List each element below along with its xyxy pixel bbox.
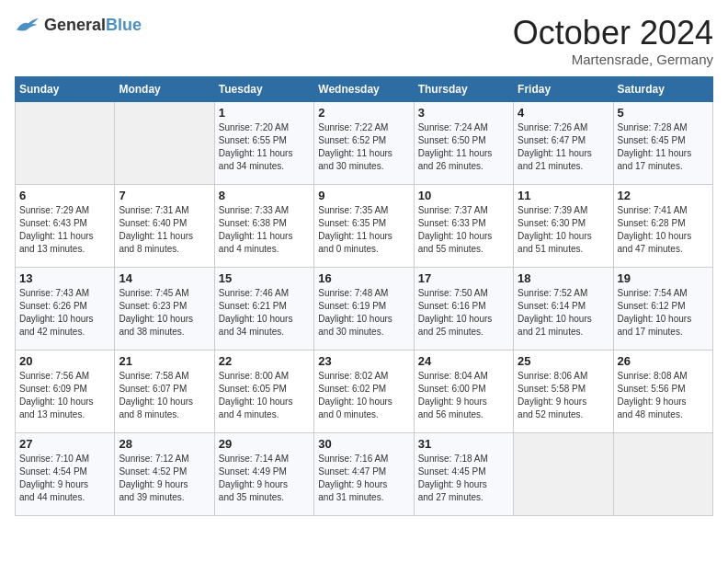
day-info: Sunrise: 7:33 AM Sunset: 6:38 PM Dayligh…: [219, 204, 310, 256]
day-number: 29: [219, 437, 310, 451]
calendar-cell: 8Sunrise: 7:33 AM Sunset: 6:38 PM Daylig…: [214, 184, 313, 267]
day-info: Sunrise: 8:08 AM Sunset: 5:56 PM Dayligh…: [618, 370, 709, 421]
logo-blue: Blue: [106, 16, 142, 34]
calendar-cell: [115, 101, 214, 184]
calendar-cell: 13Sunrise: 7:43 AM Sunset: 6:26 PM Dayli…: [16, 267, 115, 350]
calendar-cell: 31Sunrise: 7:18 AM Sunset: 4:45 PM Dayli…: [414, 432, 513, 515]
calendar-cell: 6Sunrise: 7:29 AM Sunset: 6:43 PM Daylig…: [16, 184, 115, 267]
day-number: 16: [318, 271, 409, 285]
day-info: Sunrise: 7:43 AM Sunset: 6:26 PM Dayligh…: [19, 287, 110, 339]
day-info: Sunrise: 7:20 AM Sunset: 6:55 PM Dayligh…: [219, 121, 310, 173]
calendar-cell: 28Sunrise: 7:12 AM Sunset: 4:52 PM Dayli…: [115, 432, 214, 515]
week-row-4: 20Sunrise: 7:56 AM Sunset: 6:09 PM Dayli…: [16, 350, 713, 432]
day-number: 18: [518, 271, 609, 285]
day-number: 25: [518, 354, 609, 368]
calendar-cell: 26Sunrise: 8:08 AM Sunset: 5:56 PM Dayli…: [613, 350, 712, 432]
calendar-cell: 21Sunrise: 7:58 AM Sunset: 6:07 PM Dayli…: [115, 350, 214, 432]
calendar-cell: 4Sunrise: 7:26 AM Sunset: 6:47 PM Daylig…: [514, 101, 613, 184]
day-info: Sunrise: 7:22 AM Sunset: 6:52 PM Dayligh…: [318, 121, 409, 173]
day-number: 15: [219, 271, 310, 285]
day-info: Sunrise: 7:29 AM Sunset: 6:43 PM Dayligh…: [19, 204, 110, 256]
day-number: 3: [418, 106, 509, 120]
header-row: SundayMondayTuesdayWednesdayThursdayFrid…: [16, 76, 713, 101]
day-number: 2: [318, 106, 409, 120]
calendar-cell: [514, 432, 613, 515]
day-info: Sunrise: 7:39 AM Sunset: 6:30 PM Dayligh…: [518, 204, 609, 256]
logo-general: General: [44, 16, 106, 34]
day-number: 24: [418, 354, 509, 368]
day-number: 31: [418, 437, 509, 451]
week-row-5: 27Sunrise: 7:10 AM Sunset: 4:54 PM Dayli…: [16, 432, 713, 515]
day-number: 4: [518, 106, 609, 120]
day-info: Sunrise: 7:50 AM Sunset: 6:16 PM Dayligh…: [418, 287, 509, 339]
day-info: Sunrise: 7:31 AM Sunset: 6:40 PM Dayligh…: [119, 204, 210, 256]
day-header-wednesday: Wednesday: [314, 76, 414, 101]
calendar-cell: 5Sunrise: 7:28 AM Sunset: 6:45 PM Daylig…: [613, 101, 712, 184]
day-number: 19: [618, 271, 709, 285]
calendar-cell: 18Sunrise: 7:52 AM Sunset: 6:14 PM Dayli…: [514, 267, 613, 350]
day-number: 9: [318, 189, 409, 202]
day-info: Sunrise: 7:14 AM Sunset: 4:49 PM Dayligh…: [219, 453, 310, 504]
day-info: Sunrise: 7:41 AM Sunset: 6:28 PM Dayligh…: [618, 204, 709, 256]
day-info: Sunrise: 7:48 AM Sunset: 6:19 PM Dayligh…: [318, 287, 409, 339]
day-info: Sunrise: 7:26 AM Sunset: 6:47 PM Dayligh…: [518, 121, 609, 173]
week-row-1: 1Sunrise: 7:20 AM Sunset: 6:55 PM Daylig…: [16, 101, 713, 184]
day-number: 11: [518, 189, 609, 202]
calendar-cell: 2Sunrise: 7:22 AM Sunset: 6:52 PM Daylig…: [314, 101, 414, 184]
day-number: 17: [418, 271, 509, 285]
calendar-cell: 27Sunrise: 7:10 AM Sunset: 4:54 PM Dayli…: [16, 432, 115, 515]
calendar-cell: 25Sunrise: 8:06 AM Sunset: 5:58 PM Dayli…: [514, 350, 613, 432]
day-info: Sunrise: 7:46 AM Sunset: 6:21 PM Dayligh…: [219, 287, 310, 339]
day-number: 21: [119, 354, 210, 368]
day-header-tuesday: Tuesday: [214, 76, 313, 101]
day-info: Sunrise: 7:12 AM Sunset: 4:52 PM Dayligh…: [119, 453, 210, 504]
day-number: 22: [219, 354, 310, 368]
calendar-cell: 22Sunrise: 8:00 AM Sunset: 6:05 PM Dayli…: [214, 350, 313, 432]
day-number: 10: [418, 189, 509, 202]
day-header-friday: Friday: [514, 76, 613, 101]
calendar-cell: 3Sunrise: 7:24 AM Sunset: 6:50 PM Daylig…: [414, 101, 513, 184]
calendar-cell: 10Sunrise: 7:37 AM Sunset: 6:33 PM Dayli…: [414, 184, 513, 267]
calendar-table: SundayMondayTuesdayWednesdayThursdayFrid…: [15, 76, 713, 516]
calendar-cell: 11Sunrise: 7:39 AM Sunset: 6:30 PM Dayli…: [514, 184, 613, 267]
day-info: Sunrise: 7:10 AM Sunset: 4:54 PM Dayligh…: [19, 453, 110, 504]
calendar-cell: 16Sunrise: 7:48 AM Sunset: 6:19 PM Dayli…: [314, 267, 414, 350]
calendar-cell: [16, 101, 115, 184]
day-number: 5: [618, 106, 709, 120]
calendar-cell: 17Sunrise: 7:50 AM Sunset: 6:16 PM Dayli…: [414, 267, 513, 350]
day-info: Sunrise: 8:06 AM Sunset: 5:58 PM Dayligh…: [518, 370, 609, 421]
logo: GeneralBlue: [15, 15, 142, 35]
calendar-cell: 12Sunrise: 7:41 AM Sunset: 6:28 PM Dayli…: [613, 184, 712, 267]
calendar-cell: 20Sunrise: 7:56 AM Sunset: 6:09 PM Dayli…: [16, 350, 115, 432]
logo-text: GeneralBlue: [44, 16, 142, 35]
day-number: 20: [19, 354, 110, 368]
calendar-cell: [613, 432, 712, 515]
day-info: Sunrise: 7:56 AM Sunset: 6:09 PM Dayligh…: [19, 370, 110, 421]
month-title: October 2024: [513, 15, 713, 52]
day-info: Sunrise: 7:52 AM Sunset: 6:14 PM Dayligh…: [518, 287, 609, 339]
day-info: Sunrise: 8:00 AM Sunset: 6:05 PM Dayligh…: [219, 370, 310, 421]
calendar-cell: 19Sunrise: 7:54 AM Sunset: 6:12 PM Dayli…: [613, 267, 712, 350]
calendar-cell: 9Sunrise: 7:35 AM Sunset: 6:35 PM Daylig…: [314, 184, 414, 267]
day-number: 7: [119, 189, 210, 202]
location: Martensrade, Germany: [513, 52, 713, 67]
day-info: Sunrise: 7:24 AM Sunset: 6:50 PM Dayligh…: [418, 121, 509, 173]
day-info: Sunrise: 7:54 AM Sunset: 6:12 PM Dayligh…: [618, 287, 709, 339]
calendar-cell: 15Sunrise: 7:46 AM Sunset: 6:21 PM Dayli…: [214, 267, 313, 350]
day-header-monday: Monday: [115, 76, 214, 101]
day-info: Sunrise: 7:28 AM Sunset: 6:45 PM Dayligh…: [618, 121, 709, 173]
day-info: Sunrise: 7:35 AM Sunset: 6:35 PM Dayligh…: [318, 204, 409, 256]
logo-bird-icon: [15, 15, 40, 35]
day-info: Sunrise: 8:04 AM Sunset: 6:00 PM Dayligh…: [418, 370, 509, 421]
day-header-saturday: Saturday: [613, 76, 712, 101]
page-header: GeneralBlue October 2024 Martensrade, Ge…: [15, 15, 713, 67]
calendar-cell: 30Sunrise: 7:16 AM Sunset: 4:47 PM Dayli…: [314, 432, 414, 515]
calendar-cell: 1Sunrise: 7:20 AM Sunset: 6:55 PM Daylig…: [214, 101, 313, 184]
calendar-cell: 7Sunrise: 7:31 AM Sunset: 6:40 PM Daylig…: [115, 184, 214, 267]
day-info: Sunrise: 7:45 AM Sunset: 6:23 PM Dayligh…: [119, 287, 210, 339]
calendar-cell: 14Sunrise: 7:45 AM Sunset: 6:23 PM Dayli…: [115, 267, 214, 350]
day-number: 23: [318, 354, 409, 368]
title-block: October 2024 Martensrade, Germany: [513, 15, 713, 67]
day-info: Sunrise: 7:37 AM Sunset: 6:33 PM Dayligh…: [418, 204, 509, 256]
day-info: Sunrise: 7:18 AM Sunset: 4:45 PM Dayligh…: [418, 453, 509, 504]
